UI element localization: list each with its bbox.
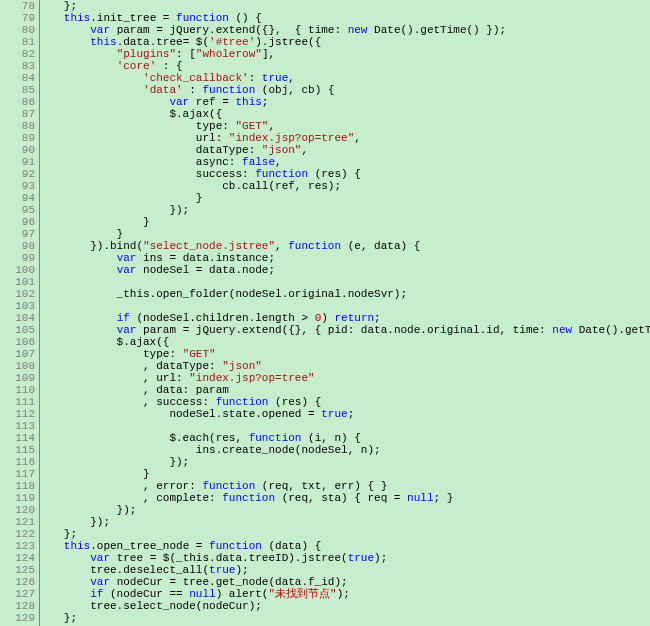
code-line[interactable]: , error: function (req, txt, err) { } [44, 480, 650, 492]
code-line[interactable]: }; [44, 0, 650, 12]
code-line[interactable]: _this.open_folder(nodeSel.original.nodeS… [44, 288, 650, 300]
code-line[interactable]: $.each(res, function (i, n) { [44, 432, 650, 444]
line-number: 110 [0, 384, 35, 396]
code-line[interactable]: success: function (res) { [44, 168, 650, 180]
line-number: 82 [0, 48, 35, 60]
line-number: 107 [0, 348, 35, 360]
code-line[interactable]: var nodeSel = data.node; [44, 264, 650, 276]
line-number: 85 [0, 84, 35, 96]
line-number: 94 [0, 192, 35, 204]
code-line[interactable]: type: "GET", [44, 120, 650, 132]
line-number: 109 [0, 372, 35, 384]
line-number: 111 [0, 396, 35, 408]
line-number: 113 [0, 420, 35, 432]
line-number: 96 [0, 216, 35, 228]
line-number: 126 [0, 576, 35, 588]
line-number: 124 [0, 552, 35, 564]
line-number: 92 [0, 168, 35, 180]
code-line[interactable] [44, 276, 650, 288]
code-line[interactable]: , dataType: "json" [44, 360, 650, 372]
line-number: 88 [0, 120, 35, 132]
code-line[interactable]: }); [44, 456, 650, 468]
code-line[interactable] [44, 420, 650, 432]
code-line[interactable]: tree.select_node(nodeCur); [44, 600, 650, 612]
line-number: 78 [0, 0, 35, 12]
code-area[interactable]: }; this.init_tree = function () { var pa… [40, 0, 650, 626]
line-number: 128 [0, 600, 35, 612]
code-line[interactable]: var param = jQuery.extend({}, { time: ne… [44, 24, 650, 36]
code-line[interactable]: }; [44, 612, 650, 624]
code-line[interactable]: } [44, 216, 650, 228]
line-number: 123 [0, 540, 35, 552]
line-number: 84 [0, 72, 35, 84]
code-line[interactable] [44, 300, 650, 312]
code-line[interactable]: }); [44, 504, 650, 516]
code-line[interactable]: if (nodeCur == null) alert("未找到节点"); [44, 588, 650, 600]
code-line[interactable]: nodeSel.state.opened = true; [44, 408, 650, 420]
code-line[interactable]: $.ajax({ [44, 336, 650, 348]
code-line[interactable]: } [44, 468, 650, 480]
line-number: 90 [0, 144, 35, 156]
code-line[interactable]: } [44, 228, 650, 240]
line-number: 93 [0, 180, 35, 192]
line-number: 125 [0, 564, 35, 576]
code-line[interactable]: tree.deselect_all(true); [44, 564, 650, 576]
line-number: 105 [0, 324, 35, 336]
code-line[interactable]: } [44, 192, 650, 204]
code-line[interactable]: $.ajax({ [44, 108, 650, 120]
code-line[interactable]: this.open_tree_node = function (data) { [44, 540, 650, 552]
line-number: 116 [0, 456, 35, 468]
line-number: 121 [0, 516, 35, 528]
line-number: 80 [0, 24, 35, 36]
code-line[interactable]: var tree = $(_this.data.treeID).jstree(t… [44, 552, 650, 564]
code-line[interactable]: url: "index.jsp?op=tree", [44, 132, 650, 144]
line-number: 117 [0, 468, 35, 480]
line-number: 97 [0, 228, 35, 240]
code-line[interactable]: , success: function (res) { [44, 396, 650, 408]
line-number: 114 [0, 432, 35, 444]
code-line[interactable]: var ins = data.instance; [44, 252, 650, 264]
code-line[interactable]: }).bind("select_node.jstree", function (… [44, 240, 650, 252]
code-line[interactable]: var nodeCur = tree.get_node(data.f_id); [44, 576, 650, 588]
line-number: 129 [0, 612, 35, 624]
line-number: 106 [0, 336, 35, 348]
code-line[interactable]: , data: param [44, 384, 650, 396]
code-line[interactable]: , url: "index.jsp?op=tree" [44, 372, 650, 384]
line-number: 81 [0, 36, 35, 48]
code-line[interactable]: 'data' : function (obj, cb) { [44, 84, 650, 96]
line-number: 108 [0, 360, 35, 372]
line-number: 100 [0, 264, 35, 276]
code-line[interactable]: this.data.tree= $('#tree').jstree({ [44, 36, 650, 48]
line-number: 101 [0, 276, 35, 288]
code-line[interactable]: type: "GET" [44, 348, 650, 360]
line-number: 86 [0, 96, 35, 108]
code-editor: 7879808182838485868788899091929394959697… [0, 0, 650, 626]
code-line[interactable]: ins.create_node(nodeSel, n); [44, 444, 650, 456]
code-line[interactable]: var param = jQuery.extend({}, { pid: dat… [44, 324, 650, 336]
code-line[interactable]: if (nodeSel.children.length > 0) return; [44, 312, 650, 324]
code-line[interactable]: }; [44, 528, 650, 540]
code-line[interactable]: 'core' : { [44, 60, 650, 72]
code-line[interactable]: }); [44, 204, 650, 216]
line-number: 127 [0, 588, 35, 600]
line-number: 79 [0, 12, 35, 24]
code-line[interactable]: 'check_callback': true, [44, 72, 650, 84]
code-line[interactable]: async: false, [44, 156, 650, 168]
line-number: 83 [0, 60, 35, 72]
code-line[interactable]: , complete: function (req, sta) { req = … [44, 492, 650, 504]
line-number: 103 [0, 300, 35, 312]
code-line[interactable]: "plugins": ["wholerow"], [44, 48, 650, 60]
line-number: 119 [0, 492, 35, 504]
code-line[interactable]: }); [44, 516, 650, 528]
line-number: 118 [0, 480, 35, 492]
code-line[interactable]: dataType: "json", [44, 144, 650, 156]
line-number: 102 [0, 288, 35, 300]
code-line[interactable]: var ref = this; [44, 96, 650, 108]
code-line[interactable]: this.init_tree = function () { [44, 12, 650, 24]
line-number: 115 [0, 444, 35, 456]
code-line[interactable]: cb.call(ref, res); [44, 180, 650, 192]
line-number: 112 [0, 408, 35, 420]
line-number-gutter: 7879808182838485868788899091929394959697… [0, 0, 40, 626]
line-number: 98 [0, 240, 35, 252]
line-number: 120 [0, 504, 35, 516]
